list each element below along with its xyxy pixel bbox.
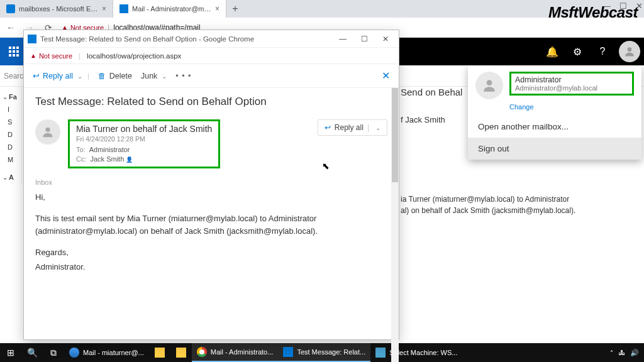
- nav-item[interactable]: D: [0, 128, 21, 141]
- folder-icon: [155, 348, 165, 358]
- bg-body-line: al) on behalf of Jack Smith (jacksmith@m…: [401, 205, 577, 216]
- popup-url: localhost/owa/projection.aspx: [87, 52, 181, 60]
- folder-label: Inbox: [35, 178, 387, 186]
- svg-point-1: [487, 80, 492, 85]
- taskbar-item[interactable]: [170, 343, 192, 362]
- popup-close[interactable]: ✕: [376, 35, 395, 43]
- windows-taskbar: ⊞ 🔍 ⧉ Mail - miaturner@... Mail - Admini…: [0, 343, 644, 362]
- close-tab-icon[interactable]: ×: [215, 4, 219, 13]
- to-line: To:Administrator: [76, 146, 212, 153]
- body-signoff: Regards,: [35, 246, 387, 259]
- svg-point-0: [628, 47, 632, 52]
- body-greeting: Hi,: [35, 191, 387, 204]
- browser-tab-0[interactable]: mailboxes - Microsoft Exchange ×: [0, 0, 113, 18]
- maximize-button[interactable]: ☐: [619, 1, 627, 11]
- trash-icon: 🗑: [98, 72, 106, 80]
- scrollbar-thumb[interactable]: [392, 88, 398, 182]
- popup-titlebar[interactable]: Test Message: Related to Send on Behalf …: [24, 30, 399, 48]
- sign-out[interactable]: Sign out: [468, 138, 641, 160]
- profile-dropdown: Administrator Administrator@mylab.local …: [468, 65, 641, 160]
- popup-address-bar[interactable]: Not secure | localhost/owa/projection.as…: [24, 48, 399, 64]
- taskbar-item[interactable]: Mail - miaturner@...: [64, 343, 149, 362]
- body-paragraph: This is test email sent by Mia Turner (m…: [35, 212, 387, 238]
- back-button[interactable]: ←: [5, 23, 16, 33]
- close-reading-pane-button[interactable]: ✕: [382, 70, 390, 82]
- close-tab-icon[interactable]: ×: [102, 4, 106, 13]
- outlook-icon: [283, 347, 293, 357]
- popup-minimize[interactable]: —: [333, 35, 352, 43]
- scrollbar[interactable]: [391, 88, 399, 362]
- close-window-button[interactable]: ✕: [636, 1, 643, 11]
- reply-icon: ↩: [325, 123, 331, 132]
- profile-name: Administrator: [515, 75, 628, 84]
- sound-icon[interactable]: 🔊: [630, 349, 639, 357]
- network-icon[interactable]: 🖧: [618, 349, 625, 356]
- exchange-icon: [6, 4, 15, 13]
- cc-line: Cc:Jack Smith: [76, 155, 212, 163]
- search-button[interactable]: 🔍: [21, 343, 43, 362]
- person-icon: [41, 125, 55, 139]
- nav-item[interactable]: S: [0, 116, 21, 128]
- sent-date: Fri 4/24/2020 12:28 PM: [76, 135, 212, 143]
- nav-item[interactable]: I: [0, 103, 21, 116]
- taskbar-item[interactable]: [149, 343, 170, 362]
- person-icon: [481, 77, 497, 94]
- nav-item[interactable]: M: [0, 153, 21, 166]
- chevron-down-icon[interactable]: [373, 123, 380, 132]
- nav-item[interactable]: D: [0, 141, 21, 153]
- inline-reply-all-button[interactable]: ↩ Reply all |: [318, 119, 387, 136]
- window-controls: — ☐ ✕: [602, 1, 643, 11]
- owa-icon: [119, 4, 128, 13]
- browser-tab-1[interactable]: Mail - Administrator@mylab.loc ×: [113, 0, 226, 18]
- person-icon: [623, 45, 636, 58]
- start-button[interactable]: ⊞: [0, 343, 21, 362]
- ie-icon: [69, 348, 79, 358]
- tray-overflow-icon[interactable]: ˄: [610, 349, 613, 356]
- svg-point-2: [45, 128, 50, 132]
- junk-button[interactable]: Junk: [141, 72, 167, 80]
- body-signature: Administrator.: [35, 261, 387, 273]
- notifications-icon[interactable]: 🔔: [540, 38, 565, 65]
- new-tab-button[interactable]: +: [226, 0, 244, 18]
- chevron-down-icon[interactable]: [160, 72, 167, 80]
- waffle-icon: [9, 47, 19, 57]
- popup-title-text: Test Message: Related to Send on Behalf …: [40, 35, 254, 43]
- reply-icon: ↩: [33, 71, 40, 80]
- system-tray[interactable]: ˄ 🖧 🔊: [610, 349, 644, 357]
- task-view-button[interactable]: ⧉: [43, 343, 64, 362]
- security-warning-icon: Not secure: [30, 52, 72, 60]
- change-photo-link[interactable]: Change: [509, 103, 641, 111]
- settings-gear-icon[interactable]: ⚙: [565, 38, 590, 65]
- browser-tab-strip: mailboxes - Microsoft Exchange × Mail - …: [0, 0, 644, 18]
- tab-title: Mail - Administrator@mylab.loc: [132, 5, 211, 13]
- message-subject: Test Message: Related to Send on Behalf …: [35, 96, 387, 108]
- mailbox-header[interactable]: A: [0, 171, 21, 184]
- message-toolbar: ↩ Reply all 🗑 Delete Junk • • • ✕: [24, 64, 399, 88]
- profile-info-highlight: Administrator Administrator@mylab.local: [509, 72, 634, 96]
- minimize-button[interactable]: —: [602, 1, 611, 11]
- folder-nav: Fa I S D D M A: [0, 87, 22, 184]
- folder-icon: [176, 348, 186, 358]
- profile-email: Administrator@mylab.local: [515, 84, 628, 92]
- delete-button[interactable]: 🗑 Delete: [98, 72, 132, 80]
- more-actions-button[interactable]: • • •: [175, 72, 191, 80]
- chrome-icon: [197, 347, 207, 357]
- hyperv-icon: [375, 348, 386, 358]
- open-another-mailbox[interactable]: Open another mailbox...: [468, 116, 641, 138]
- taskbar-item[interactable]: Test Message: Relat...: [278, 343, 370, 362]
- message-popup-window: Test Message: Related to Send on Behalf …: [24, 30, 399, 339]
- taskbar-item[interactable]: Mail - Administrato...: [192, 343, 279, 362]
- owa-icon: [28, 35, 36, 43]
- search-input[interactable]: Searc: [4, 72, 23, 80]
- reply-all-button[interactable]: ↩ Reply all: [33, 71, 89, 80]
- sender-highlight-box: Mia Turner on behalf of Jack Smith Fri 4…: [68, 119, 220, 168]
- presence-icon: [124, 155, 133, 163]
- profile-avatar-button[interactable]: [619, 41, 640, 62]
- message-content: Test Message: Related to Send on Behalf …: [24, 88, 399, 339]
- help-icon[interactable]: ?: [590, 38, 615, 65]
- taskbar-item[interactable]: Select Machine: WS...: [370, 343, 462, 362]
- chevron-down-icon[interactable]: [76, 72, 82, 80]
- profile-avatar: [475, 72, 503, 99]
- favorites-header[interactable]: Fa: [0, 90, 21, 103]
- popup-maximize[interactable]: ☐: [355, 35, 374, 43]
